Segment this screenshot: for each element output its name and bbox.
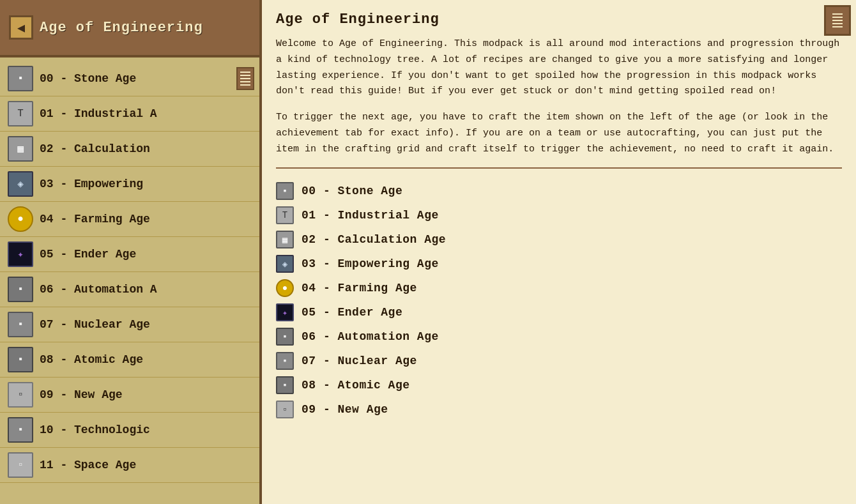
sidebar-icon-09: ▫ bbox=[8, 382, 33, 408]
content-list-label-05: 05 - Ender Age bbox=[302, 306, 402, 319]
content-list-label-00: 00 - Stone Age bbox=[302, 185, 402, 197]
sidebar-item-08[interactable]: ▪08 - Atomic Age bbox=[0, 342, 259, 378]
content-list-label-08: 08 - Atomic Age bbox=[302, 379, 410, 392]
sidebar-label-09: 09 - New Age bbox=[40, 388, 123, 401]
sidebar-item-02[interactable]: ▦02 - Calculation bbox=[0, 132, 259, 167]
sidebar-label-03: 03 - Empowering bbox=[40, 178, 143, 190]
content-list-icon-01: T bbox=[276, 206, 294, 224]
sidebar-icon-03: ◈ bbox=[8, 171, 33, 197]
content-list-icon-09: ▫ bbox=[276, 401, 294, 418]
sidebar-item-05[interactable]: ✦05 - Ender Age bbox=[0, 237, 259, 272]
content-list-label-01: 01 - Industrial Age bbox=[302, 209, 439, 222]
sidebar-item-04[interactable]: ●04 - Farming Age bbox=[0, 202, 259, 237]
sidebar-icon-00: ▪ bbox=[8, 66, 33, 91]
content-list-item-09[interactable]: ▫09 - New Age bbox=[276, 397, 842, 422]
sidebar-item-00[interactable]: ▪00 - Stone Age bbox=[0, 61, 259, 96]
content-list-item-03[interactable]: ◈03 - Empowering Age bbox=[276, 252, 842, 276]
content-list-icon-06: ▪ bbox=[276, 328, 294, 346]
back-button-label: Age of Engineering bbox=[40, 20, 203, 36]
content-list-icon-08: ▪ bbox=[276, 376, 294, 394]
sidebar-icon-02: ▦ bbox=[8, 136, 33, 162]
sidebar-label-00: 00 - Stone Age bbox=[40, 72, 136, 85]
sidebar-icon-07: ▪ bbox=[8, 312, 33, 337]
content-list-item-06[interactable]: ▪06 - Automation Age bbox=[276, 325, 842, 349]
content-list-label-03: 03 - Empowering Age bbox=[302, 257, 439, 270]
content-list-item-01[interactable]: T01 - Industrial Age bbox=[276, 203, 842, 227]
content-list: ▪00 - Stone AgeT01 - Industrial Age▦02 -… bbox=[276, 179, 842, 422]
content-list-label-09: 09 - New Age bbox=[302, 403, 388, 416]
sidebar-icon-04: ● bbox=[8, 206, 33, 232]
sidebar-item-10[interactable]: ▪10 - Technologic bbox=[0, 413, 259, 448]
content-panel: Age of Engineering Welcome to Age of Eng… bbox=[262, 0, 856, 504]
content-divider bbox=[276, 167, 842, 169]
content-title: Age of Engineering bbox=[276, 11, 842, 27]
sidebar-item-03[interactable]: ◈03 - Empowering bbox=[0, 167, 259, 202]
sidebar-item-09[interactable]: ▫09 - New Age bbox=[0, 378, 259, 413]
sidebar-icon-06: ▪ bbox=[8, 277, 33, 302]
content-list-icon-07: ▪ bbox=[276, 352, 294, 370]
sidebar-icon-01: T bbox=[8, 101, 33, 126]
sidebar-label-10: 10 - Technologic bbox=[40, 424, 150, 436]
sidebar-label-02: 02 - Calculation bbox=[40, 142, 150, 155]
sidebar-label-05: 05 - Ender Age bbox=[40, 248, 136, 261]
content-list-item-04[interactable]: ●04 - Farming Age bbox=[276, 276, 842, 300]
content-list-item-00[interactable]: ▪00 - Stone Age bbox=[276, 179, 842, 203]
sidebar-item-11[interactable]: ▫11 - Space Age bbox=[0, 448, 259, 483]
sidebar-icon-10: ▪ bbox=[8, 417, 33, 443]
content-list-icon-05: ✦ bbox=[276, 303, 294, 321]
content-list-item-07[interactable]: ▪07 - Nuclear Age bbox=[276, 349, 842, 373]
content-list-label-07: 07 - Nuclear Age bbox=[302, 355, 417, 367]
content-list-item-08[interactable]: ▪08 - Atomic Age bbox=[276, 373, 842, 397]
content-list-item-05[interactable]: ✦05 - Ender Age bbox=[276, 300, 842, 325]
sidebar-label-08: 08 - Atomic Age bbox=[40, 353, 143, 366]
sidebar-label-06: 06 - Automation A bbox=[40, 283, 157, 296]
content-list-label-04: 04 - Farming Age bbox=[302, 282, 417, 294]
content-list-item-02[interactable]: ▦02 - Calculation Age bbox=[276, 227, 842, 252]
content-inner[interactable]: Age of Engineering Welcome to Age of Eng… bbox=[262, 0, 856, 504]
sidebar-list: ▪00 - Stone AgeT01 - Industrial A▦02 - C… bbox=[0, 57, 259, 504]
sidebar-icon-08: ▪ bbox=[8, 347, 33, 372]
scroll-icon bbox=[236, 67, 254, 90]
sidebar-label-07: 07 - Nuclear Age bbox=[40, 318, 150, 331]
content-list-icon-02: ▦ bbox=[276, 231, 294, 248]
content-list-icon-03: ◈ bbox=[276, 255, 294, 273]
sidebar-label-01: 01 - Industrial A bbox=[40, 107, 157, 120]
sidebar-item-07[interactable]: ▪07 - Nuclear Age bbox=[0, 307, 259, 342]
content-list-icon-00: ▪ bbox=[276, 182, 294, 200]
back-arrow-icon: ◀ bbox=[9, 15, 33, 40]
sidebar-label-04: 04 - Farming Age bbox=[40, 213, 150, 225]
content-list-icon-04: ● bbox=[276, 279, 294, 297]
content-intro-p1: Welcome to Age of Engineering. This modp… bbox=[276, 36, 842, 100]
book-icon[interactable] bbox=[824, 5, 851, 36]
content-list-label-06: 06 - Automation Age bbox=[302, 330, 439, 343]
sidebar-icon-11: ▫ bbox=[8, 452, 33, 478]
sidebar-icon-05: ✦ bbox=[8, 241, 33, 267]
sidebar-label-11: 11 - Space Age bbox=[40, 459, 136, 471]
back-button[interactable]: ◀ Age of Engineering bbox=[0, 0, 259, 57]
sidebar-item-06[interactable]: ▪06 - Automation A bbox=[0, 272, 259, 307]
content-list-label-02: 02 - Calculation Age bbox=[302, 233, 446, 246]
sidebar-item-01[interactable]: T01 - Industrial A bbox=[0, 96, 259, 132]
sidebar: ◀ Age of Engineering ▪00 - Stone AgeT01 … bbox=[0, 0, 262, 504]
content-intro-p2: To trigger the next age, you have to cra… bbox=[276, 110, 842, 157]
